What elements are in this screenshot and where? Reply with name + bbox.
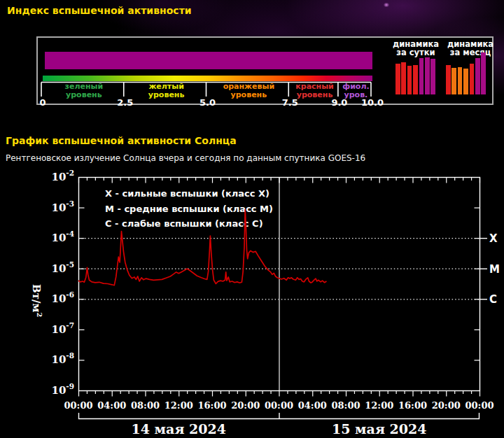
dynamics-bar xyxy=(463,69,468,94)
dynamics-bar xyxy=(396,64,400,94)
dynamics-bar xyxy=(470,64,475,94)
x-tick-label: 00:00 xyxy=(465,400,494,411)
x-tick-label: 12:00 xyxy=(164,400,193,411)
dynamics-label: динамиказа месяц xyxy=(432,41,504,57)
x-tick-label: 08:00 xyxy=(332,400,360,411)
threshold-label: C xyxy=(489,293,497,306)
x-tick-label: 16:00 xyxy=(398,400,427,411)
dynamics-bar xyxy=(430,59,435,94)
dynamics-bar xyxy=(451,68,456,94)
y-tick-label: 10-2 xyxy=(51,169,74,183)
date-label: 15 мая 2024 xyxy=(332,421,426,437)
dynamics-bar xyxy=(481,52,486,94)
legend-line: X - сильные вспышки (класс X) xyxy=(105,188,270,199)
x-tick-label: 16:00 xyxy=(198,400,227,411)
y-tick-label: 10-3 xyxy=(51,199,74,214)
x-tick-label: 20:00 xyxy=(432,400,461,411)
x-tick-label: 08:00 xyxy=(131,400,160,411)
page: Индекс вспышечной активности зеленыйуров… xyxy=(0,0,504,438)
y-tick-label: 10-4 xyxy=(51,229,74,244)
dynamics-bar xyxy=(458,67,463,94)
y-tick-label: 10-7 xyxy=(51,321,74,336)
x-tick-label: 12:00 xyxy=(365,400,393,411)
y-tick-label: 10-9 xyxy=(51,382,74,397)
x-tick-label: 04:00 xyxy=(298,400,327,411)
dynamics-bar xyxy=(401,62,406,94)
y-tick-label: 10-6 xyxy=(51,290,74,305)
threshold-label: M xyxy=(489,263,500,276)
y-tick-label: 10-8 xyxy=(51,351,74,366)
x-tick-label: 00:00 xyxy=(64,400,93,411)
date-bracket xyxy=(79,413,479,419)
legend-line: C - слабые вспышки (класс C) xyxy=(105,218,263,229)
dynamics-bar xyxy=(446,65,451,94)
x-tick-label: 04:00 xyxy=(97,400,126,411)
legend-line: M - средние вспышки (класс M) xyxy=(105,204,273,214)
y-tick-label: 10-5 xyxy=(51,260,74,275)
x-tick-label: 00:00 xyxy=(265,400,293,411)
y-axis-title: Вт/м2 xyxy=(30,284,43,317)
dynamics-bar xyxy=(425,57,430,94)
dynamics-bar xyxy=(419,58,424,94)
x-tick-label: 20:00 xyxy=(231,400,260,411)
dynamics-bar xyxy=(475,58,480,94)
date-label: 14 мая 2024 xyxy=(132,421,226,437)
dynamics-bar xyxy=(407,66,412,94)
threshold-label: X xyxy=(489,232,498,245)
dynamics-bar xyxy=(413,65,418,94)
